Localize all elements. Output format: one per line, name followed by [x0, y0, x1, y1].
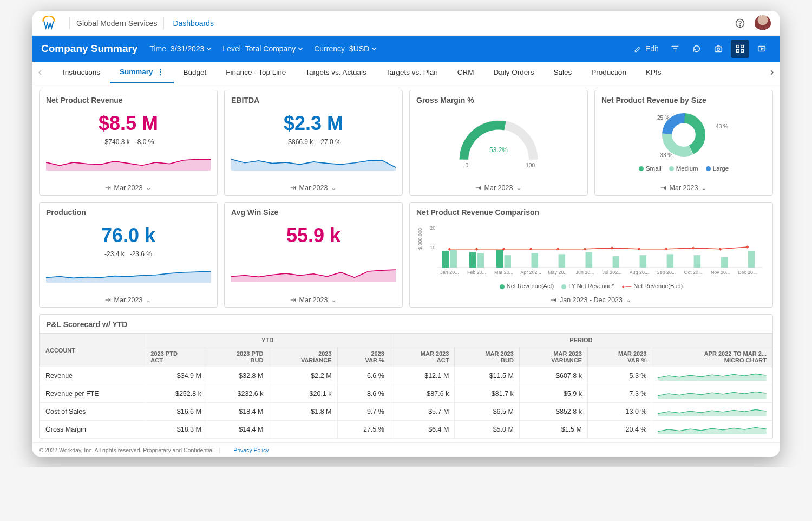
card-period-selector[interactable]: ⇥Jan 2023 - Dec 2023⌄ — [416, 292, 766, 304]
svg-rect-46 — [692, 246, 695, 250]
tab-scroll-right[interactable] — [764, 62, 780, 83]
col-group-period: PERIOD — [390, 334, 772, 347]
edit-button[interactable]: Edit — [634, 44, 658, 53]
tab-daily-orders[interactable]: Daily Orders — [484, 62, 544, 83]
table-row[interactable]: Gross Margin$18.3 M$14.4 M27.5 %$6.4 M$5… — [40, 421, 772, 439]
sparkline-chart — [231, 150, 396, 171]
svg-rect-35 — [721, 257, 728, 268]
tab-scroll-left[interactable] — [32, 62, 48, 83]
present-icon[interactable] — [752, 40, 771, 58]
card-period-selector[interactable]: ⇥Mar 2023⌄ — [601, 180, 766, 192]
company-name: Global Modern Services — [76, 19, 157, 28]
tab-sales[interactable]: Sales — [544, 62, 582, 83]
tab-targets-vs-actuals[interactable]: Targets vs. Actuals — [296, 62, 376, 83]
svg-rect-22 — [442, 251, 449, 268]
page-toolbar: Company Summary Time 3/31/2023 Level Tot… — [32, 36, 780, 62]
card-ebitda: EBITDA $2.3 M -$866.9 k-27.0 % ⇥Mar 2023… — [224, 90, 403, 196]
table-row[interactable]: Revenue$34.9 M$32.8 M$2.2 M6.6 %$12.1 M$… — [40, 367, 772, 385]
col-ytd-varpct: 2023 VAR % — [337, 347, 390, 367]
svg-rect-30 — [586, 252, 593, 268]
tab-bar: InstructionsSummary⋮BudgetFinance - Top … — [32, 62, 780, 83]
chevron-down-icon — [371, 46, 377, 51]
card-title: Gross Margin % — [416, 96, 581, 105]
col-group-ytd: YTD — [145, 334, 390, 347]
svg-rect-48 — [746, 245, 749, 249]
sparkline-chart — [46, 262, 211, 283]
svg-text:53.2%: 53.2% — [489, 146, 508, 154]
workday-logo-icon[interactable] — [41, 16, 56, 31]
grid-view-icon[interactable] — [731, 40, 749, 58]
col-ytd-act: 2023 PTD ACT — [145, 347, 207, 367]
svg-rect-36 — [748, 251, 755, 268]
filter-level[interactable]: Level Total Company — [222, 44, 303, 53]
svg-rect-32 — [640, 255, 647, 268]
svg-rect-23 — [450, 250, 457, 268]
svg-text:10: 10 — [430, 245, 435, 250]
tab-finance-top-line[interactable]: Finance - Top Line — [216, 62, 296, 83]
micro-chart — [652, 421, 772, 439]
card-production: Production 76.0 k -23.4 k-23.6 % ⇥Mar 20… — [39, 202, 218, 308]
svg-rect-44 — [638, 248, 641, 251]
card-title: Net Product Revenue — [46, 96, 211, 105]
footer-privacy-link[interactable]: Privacy Policy — [233, 447, 269, 453]
svg-text:20: 20 — [430, 225, 435, 231]
user-avatar[interactable] — [755, 15, 771, 31]
micro-chart — [652, 403, 772, 421]
svg-text:Mar 20...: Mar 20... — [494, 270, 513, 275]
svg-rect-2 — [715, 47, 722, 51]
pl-table: ACCOUNT YTD PERIOD 2023 PTD ACT 2023 PTD… — [40, 333, 772, 439]
card-period-selector[interactable]: ⇥Mar 2023⌄ — [416, 180, 581, 192]
sparkline-chart — [231, 261, 396, 282]
svg-text:Apr 202...: Apr 202... — [520, 270, 541, 275]
tab-summary[interactable]: Summary⋮ — [110, 62, 174, 83]
snapshot-icon[interactable] — [709, 40, 728, 58]
card-title: Net Product Revenue by Size — [601, 96, 766, 105]
svg-point-1 — [739, 25, 740, 25]
table-row[interactable]: Cost of Sales$16.6 M$18.4 M-$1.8 M-9.7 %… — [40, 403, 772, 421]
card-period-selector[interactable]: ⇥Mar 2023⌄ — [46, 180, 211, 192]
help-icon[interactable] — [734, 17, 746, 29]
tab-instructions[interactable]: Instructions — [53, 62, 110, 83]
tab-menu-icon[interactable]: ⋮ — [156, 68, 164, 76]
card-period-selector[interactable]: ⇥Mar 2023⌄ — [231, 292, 396, 304]
svg-text:Nov 20...: Nov 20... — [711, 270, 730, 275]
tab-crm[interactable]: CRM — [448, 62, 484, 83]
footer-copyright: © 2022 Workday, Inc. All rights reserved… — [39, 447, 214, 453]
tab-production[interactable]: Production — [581, 62, 636, 83]
metric-value: $8.5 M — [46, 112, 211, 135]
tab-kpis[interactable]: KPIs — [636, 62, 671, 83]
svg-text:0: 0 — [466, 162, 469, 168]
header-divider — [163, 17, 164, 29]
card-revenue-by-size: Net Product Revenue by Size 43 % 33 % 25… — [594, 90, 773, 196]
svg-rect-28 — [532, 253, 539, 268]
filter-icon[interactable] — [666, 40, 684, 58]
refresh-icon[interactable] — [687, 40, 706, 58]
card-period-selector[interactable]: ⇥Mar 2023⌄ — [231, 180, 396, 192]
tab-budget[interactable]: Budget — [174, 62, 217, 83]
svg-text:Jan 20...: Jan 20... — [441, 270, 459, 275]
col-p-bud: MAR 2023 BUD — [455, 347, 520, 367]
card-period-selector[interactable]: ⇥Mar 2023⌄ — [46, 292, 211, 304]
svg-text:Aug 20...: Aug 20... — [630, 270, 649, 275]
svg-rect-33 — [667, 254, 674, 268]
card-title: Net Product Revenue Comparison — [416, 208, 766, 217]
svg-text:100: 100 — [526, 162, 535, 168]
filter-time[interactable]: Time 3/31/2023 — [149, 44, 212, 53]
svg-rect-45 — [665, 248, 668, 251]
table-row[interactable]: Revenue per FTE$252.8 k$232.6 k$20.1 k8.… — [40, 385, 772, 403]
col-account: ACCOUNT — [40, 334, 145, 367]
micro-chart — [652, 367, 772, 385]
col-ytd-var: 2023 VARIANCE — [269, 347, 337, 367]
filter-currency[interactable]: Currency $USD — [314, 44, 377, 53]
svg-rect-26 — [496, 250, 503, 268]
svg-rect-4 — [737, 45, 739, 48]
donut-chart: 43 % 33 % 25 % — [627, 108, 741, 162]
top-header: Global Modern Services Dashboards — [32, 11, 780, 36]
svg-rect-7 — [741, 50, 744, 53]
card-revenue-comparison: Net Product Revenue Comparison $,000,000… — [409, 202, 773, 308]
col-p-varpct: MAR 2023 VAR % — [587, 347, 652, 367]
page-footer: © 2022 Workday, Inc. All rights reserved… — [32, 442, 780, 457]
breadcrumb-dashboards[interactable]: Dashboards — [173, 19, 214, 28]
tab-targets-vs-plan[interactable]: Targets vs. Plan — [376, 62, 448, 83]
svg-text:Oct 20...: Oct 20... — [684, 270, 702, 275]
